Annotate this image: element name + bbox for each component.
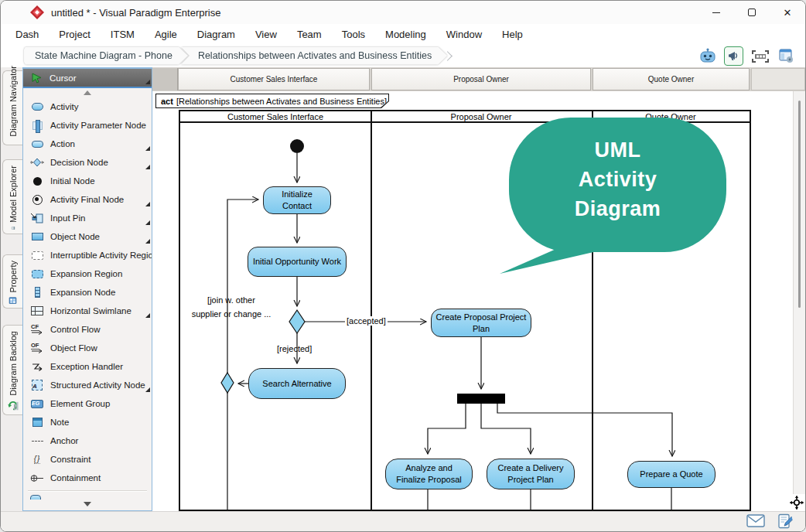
menu-dash[interactable]: Dash	[5, 26, 49, 43]
guard-accepted[interactable]: [accepted]	[345, 316, 388, 326]
diagram-backlog-icon	[7, 400, 19, 411]
robot-assistant-icon[interactable]	[698, 46, 717, 66]
toolbox-item-activity[interactable]: Activity	[23, 97, 152, 116]
toolbox-item-anchor[interactable]: Anchor	[23, 431, 152, 450]
submenu-corner-icon	[145, 387, 150, 392]
activity-frame-label[interactable]: act [Relationships between Activates and…	[155, 94, 389, 108]
lane-button-filler	[751, 68, 805, 90]
toolbox-item-element-group[interactable]: EG Element Group	[23, 394, 152, 413]
toolbox-divider	[28, 490, 147, 492]
panel-window-icon[interactable]	[777, 46, 796, 66]
model-explorer-icon	[7, 227, 19, 230]
fit-selection-icon[interactable]	[750, 46, 770, 66]
vertical-scrollbar[interactable]	[793, 91, 805, 511]
containment-icon	[30, 472, 44, 484]
pan-crosshair-icon[interactable]	[788, 494, 805, 511]
toolbox-item-control-flow[interactable]: CF Control Flow	[23, 320, 152, 339]
guard-rejected[interactable]: [rejected]	[275, 344, 313, 353]
breadcrumb-diagram[interactable]: State Machine Diagram - Phone	[24, 47, 188, 65]
property-icon	[7, 297, 19, 304]
structured-activity-node-icon: A	[30, 379, 44, 391]
toolbox-item-expansion-node[interactable]: Expansion Node	[23, 283, 152, 302]
submenu-corner-icon	[145, 80, 150, 84]
toolbox-item-structured-activity-node[interactable]: A Structured Activity Node	[23, 376, 152, 394]
toolbox-scroll-up[interactable]	[23, 88, 152, 97]
action-create-proposal-project-plan[interactable]: Create Proposal Project Plan	[431, 309, 531, 337]
activity-icon	[30, 101, 44, 113]
action-create-a-delivery-project-plan[interactable]: Create a Delivery Project Plan	[487, 459, 575, 489]
horizontal-swimlane-icon	[30, 305, 44, 317]
breadcrumb-toolbar: State Machine Diagram - Phone Relationsh…	[1, 44, 805, 67]
menu-tools[interactable]: Tools	[332, 26, 375, 43]
menu-view[interactable]: View	[245, 26, 287, 43]
menu-diagram[interactable]: Diagram	[187, 26, 245, 43]
toolbox-item-action[interactable]: Action	[23, 135, 152, 153]
toolbox-item-constraint[interactable]: {} Constraint	[23, 450, 152, 469]
toolbox-item-clipped[interactable]	[23, 493, 152, 500]
menu-modeling[interactable]: Modeling	[375, 26, 436, 43]
cursor-icon	[29, 72, 43, 84]
menu-itsm[interactable]: ITSM	[101, 26, 145, 43]
lane-header-proposal-owner[interactable]: Proposal Owner	[371, 111, 592, 121]
toolbox-item-cursor[interactable]: Cursor	[23, 69, 152, 88]
action-icon	[30, 138, 44, 150]
toolbox-scroll-down[interactable]	[23, 500, 152, 509]
lane-button-quote-owner[interactable]: Quote Owner	[593, 68, 750, 90]
lane-button-proposal-owner[interactable]: Proposal Owner	[371, 68, 591, 90]
action-initialize-contact[interactable]: Initialize Contact	[263, 186, 331, 214]
guard-join-with-other-supplier[interactable]: [join w. other supplier or change ...	[185, 294, 278, 321]
lane-button-customer-sales-interface[interactable]: Customer Sales Interface	[178, 68, 370, 90]
status-bar	[1, 511, 805, 532]
mail-icon[interactable]	[746, 514, 765, 530]
tab-property[interactable]: Property	[2, 254, 22, 309]
activity-final-node-icon	[30, 193, 44, 206]
fork-bar[interactable]	[457, 394, 505, 404]
tab-diagram-backlog[interactable]: Diagram Backlog	[2, 325, 22, 415]
breadcrumb-relationships[interactable]: Relationships between Activates and Busi…	[181, 47, 447, 65]
menu-window[interactable]: Window	[436, 26, 492, 43]
tab-diagram-navigator[interactable]: Diagram Navigator	[2, 70, 22, 145]
menu-agile[interactable]: Agile	[145, 26, 187, 43]
compose-document-icon[interactable]	[777, 513, 793, 532]
toolbox-item-input-pin[interactable]: Input Pin	[23, 209, 152, 227]
submenu-corner-icon	[145, 202, 150, 206]
initial-node[interactable]	[290, 139, 304, 153]
toolbox-item-activity-final-node[interactable]: Activity Final Node	[23, 190, 152, 209]
tab-model-explorer[interactable]: Model Explorer	[2, 159, 22, 234]
toolbox-item-object-flow[interactable]: OF Object Flow	[23, 339, 152, 357]
toolbox-item-interruptible-activity-region[interactable]: Interruptible Activity Region	[23, 246, 152, 264]
lane-header-quote-owner[interactable]: Quote Owner	[592, 111, 750, 121]
canvas-body[interactable]: act [Relationships between Activates and…	[152, 91, 805, 511]
toolbox-item-object-node[interactable]: Object Node	[23, 227, 152, 246]
action-initial-opportunity-work[interactable]: Initial Opportunity Work	[248, 247, 347, 277]
toolbox-item-note[interactable]: Note	[23, 413, 152, 431]
lane-divider	[371, 111, 372, 510]
minimize-icon	[712, 12, 720, 13]
note-icon	[30, 416, 44, 428]
scrollbar-thumb[interactable]	[798, 101, 801, 308]
action-analyze-and-finalize-proposal[interactable]: Analyze and Finalize Proposal	[385, 459, 473, 489]
object-flow-icon: OF	[30, 342, 44, 354]
toolbox-item-exception-handler[interactable]: Exception Handler	[23, 357, 152, 376]
announcement-megaphone-icon[interactable]	[724, 46, 743, 66]
toolbox-item-initial-node[interactable]: Initial Node	[23, 172, 152, 190]
action-prepare-a-quote[interactable]: Prepare a Quote	[627, 461, 715, 488]
minimize-button[interactable]	[698, 1, 734, 24]
constraint-icon: {}	[30, 453, 44, 466]
maximize-button[interactable]	[734, 1, 770, 24]
toolbox-item-containment[interactable]: Containment	[23, 469, 152, 487]
action-search-alternative[interactable]: Search Alternative	[248, 368, 346, 399]
toolbox-item-decision-node[interactable]: Decision Node	[23, 153, 152, 172]
toolbox-item-expansion-region[interactable]: Expansion Region	[23, 264, 152, 283]
toolbox-item-horizontal-swimlane[interactable]: Horizontal Swimlane	[23, 302, 152, 320]
swimlane-corner-cell[interactable]	[152, 68, 178, 90]
toolbox-item-activity-parameter-node[interactable]: Activity Parameter Node	[23, 116, 152, 135]
menu-team[interactable]: Team	[287, 26, 332, 43]
initial-node-icon	[30, 175, 44, 187]
swimlane-header-row: Customer Sales Interface Proposal Owner …	[180, 111, 750, 123]
menu-project[interactable]: Project	[49, 26, 100, 43]
close-button[interactable]: ✕	[770, 1, 805, 24]
lane-header-customer-sales-interface[interactable]: Customer Sales Interface	[180, 111, 371, 121]
menu-help[interactable]: Help	[492, 26, 533, 43]
main-area: Diagram Navigator Model Explorer	[1, 67, 805, 511]
